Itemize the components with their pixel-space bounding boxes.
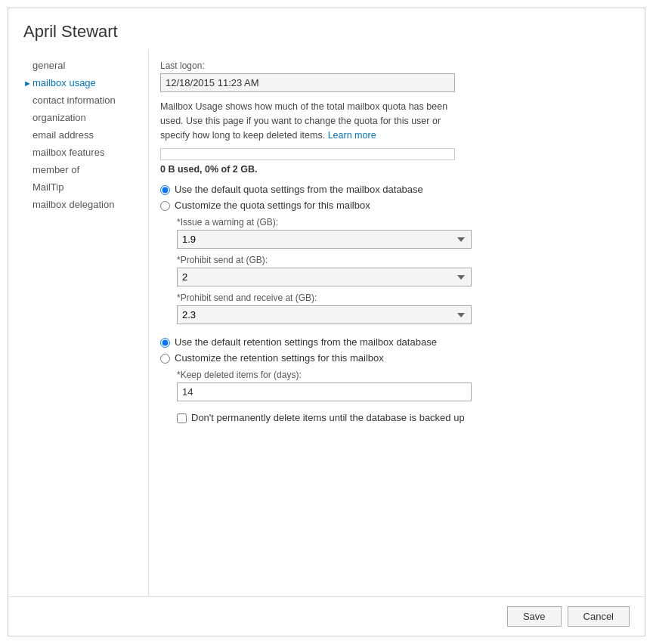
sidebar-label-contact-information: contact information [32, 94, 116, 106]
description-text: Mailbox Usage shows how much of the tota… [160, 100, 455, 142]
sidebar-label-general: general [32, 60, 65, 71]
usage-bar-container [160, 148, 455, 160]
sidebar-item-organization[interactable]: organization [23, 109, 148, 126]
learn-more-link[interactable]: Learn more [328, 130, 376, 141]
sidebar-label-mailbox-features: mailbox features [32, 147, 104, 158]
sidebar-label-member-of: member of [32, 164, 79, 175]
quota-customize-radio[interactable] [160, 201, 170, 211]
sidebar-item-email-address[interactable]: email address [23, 126, 148, 144]
cancel-button[interactable]: Cancel [568, 606, 630, 627]
retention-settings-section: *Keep deleted items for (days): [177, 370, 626, 401]
sidebar-label-mailbox-usage: mailbox usage [32, 77, 96, 88]
sidebar-item-mailbox-features[interactable]: mailbox features [23, 144, 148, 161]
sidebar-item-mailbox-delegation[interactable]: mailbox delegation [23, 196, 148, 213]
quota-default-radio[interactable] [160, 185, 170, 195]
retention-radio-default[interactable]: Use the default retention settings from … [160, 336, 626, 348]
prohibit-send-receive-label: *Prohibit send and receive at (GB): [177, 293, 626, 303]
quota-radio-customize[interactable]: Customize the quota settings for this ma… [160, 200, 626, 211]
sidebar-item-member-of[interactable]: member of [23, 161, 148, 178]
main-content: Last logon: Mailbox Usage shows how much… [148, 49, 645, 596]
sidebar-label-email-address: email address [32, 129, 94, 141]
keep-deleted-input[interactable] [177, 382, 472, 401]
retention-radio-group: Use the default retention settings from … [160, 336, 626, 364]
sidebar-label-organization: organization [32, 112, 86, 123]
sidebar-item-general[interactable]: general [23, 57, 148, 74]
no-delete-checkbox-item[interactable]: Don't permanently delete items until the… [177, 412, 626, 423]
keep-deleted-label: *Keep deleted items for (days): [177, 370, 626, 380]
arrow-icon-active: ► [23, 79, 31, 88]
sidebar-label-mailtip: MailTip [32, 181, 63, 193]
save-button[interactable]: Save [507, 606, 562, 627]
sidebar-item-contact-information[interactable]: contact information [23, 91, 148, 109]
sidebar-item-mailbox-usage[interactable]: ► mailbox usage [23, 74, 148, 91]
last-logon-label: Last logon: [160, 60, 626, 71]
prohibit-send-label: *Prohibit send at (GB): [177, 255, 626, 265]
sidebar-item-mailtip[interactable]: MailTip [23, 178, 148, 196]
quota-radio-group: Use the default quota settings from the … [160, 184, 626, 211]
no-delete-checkbox[interactable] [177, 413, 187, 423]
prohibit-send-receive-select[interactable]: 2.3 [177, 305, 472, 324]
warning-label: *Issue a warning at (GB): [177, 217, 626, 228]
sidebar-label-mailbox-delegation: mailbox delegation [32, 199, 114, 210]
retention-customize-radio[interactable] [160, 354, 170, 364]
last-logon-input[interactable] [160, 73, 455, 92]
page-title: April Stewart [8, 8, 645, 49]
quota-radio-default[interactable]: Use the default quota settings from the … [160, 184, 626, 195]
usage-text: 0 B used, 0% of 2 GB. [160, 164, 626, 175]
warning-at-select[interactable]: 1.9 [177, 230, 472, 249]
prohibit-send-select[interactable]: 2 [177, 268, 472, 286]
retention-radio-customize[interactable]: Customize the retention settings for thi… [160, 352, 626, 364]
quota-settings-section: *Issue a warning at (GB): 1.9 *Prohibit … [177, 217, 626, 324]
retention-default-radio[interactable] [160, 338, 170, 348]
sidebar: general ► mailbox usage contact informat… [8, 49, 148, 596]
footer: Save Cancel [8, 596, 645, 636]
